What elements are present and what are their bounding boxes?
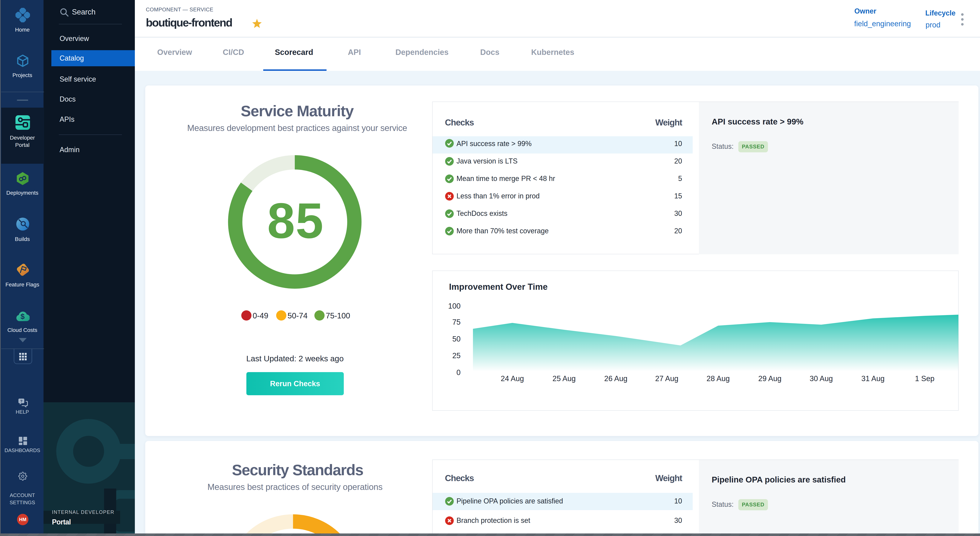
svg-text:?: ? [20, 399, 22, 403]
svg-text:$: $ [21, 312, 24, 321]
svg-text:85: 85 [267, 193, 324, 248]
